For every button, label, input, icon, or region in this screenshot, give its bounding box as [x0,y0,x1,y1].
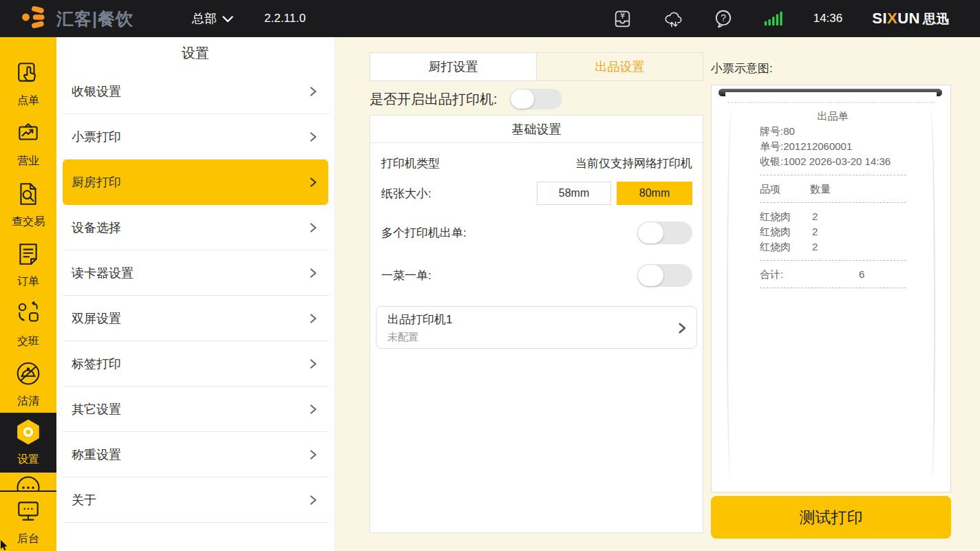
sidebar-item-label: 查交易 [12,215,45,229]
menu-item-label: 其它设置 [72,401,121,418]
receipt-preview-box: 出品单 牌号:80 单号:201212060001 收银:1002 2026-0… [711,85,951,493]
menu-item-card-reader[interactable]: 读卡器设置 [63,250,328,296]
cloud-sync-icon[interactable] [663,8,683,29]
enable-output-printer-toggle[interactable] [510,89,562,109]
receipt-meta-line: 单号:201212060001 [760,139,937,154]
enable-output-printer-row: 是否开启出品打印机: [370,89,703,109]
receipt-separator [760,260,906,261]
printer-type-row: 打印机类型 当前仅支持网络打印机 [370,154,703,172]
paper-curl-left [727,110,735,477]
backoffice-monitor-icon [15,498,41,527]
orders-doc-icon [15,241,41,270]
menu-item-label-print[interactable]: 标签打印 [63,341,328,387]
svg-text:¥: ¥ [620,10,625,20]
chat-dots-icon [15,475,41,490]
sidebar-item-sales[interactable]: 营业 [0,114,56,174]
one-dish-one-ticket-row: 一菜一单: [370,264,703,287]
receipt-separator [760,175,906,175]
sidebar-item-label: 营业 [17,154,39,169]
tab-output-settings[interactable]: 出品设置 [537,53,703,80]
tap-order-icon [15,60,41,89]
sidebar-item-order[interactable]: 点单 [0,54,56,114]
receipt-meta-line: 牌号:80 [760,124,937,139]
receipt-total-label: 合计: [760,267,859,282]
menu-item-kitchen-print[interactable]: 厨房打印 [63,160,328,205]
sidebar-item-label: 后台 [17,532,39,546]
menu-item-label: 标签打印 [72,356,121,372]
sidebar-nav: 点单 营业 查交易 [0,37,56,551]
menu-item-receipt-print[interactable]: 小票打印 [63,114,328,160]
sidebar-item-shift[interactable]: 交班 [0,294,56,354]
receipt-item-name: 红烧肉 [760,239,812,255]
chevron-right-icon [308,222,319,233]
chevron-right-icon [308,358,319,369]
help-icon[interactable]: ? [713,8,734,29]
sixun-logo-post: UN [897,10,920,28]
menu-item-dual-screen[interactable]: 双屏设置 [63,296,328,341]
receipt-item-qty: 2 [812,209,818,224]
menu-item-weighing[interactable]: 称重设置 [63,432,328,477]
signal-strength-icon [763,8,784,29]
store-selector[interactable]: 总部 [192,0,233,37]
sidebar-item-label: 交班 [17,334,39,349]
shift-swap-icon [15,301,41,329]
menu-item-label: 读卡器设置 [72,265,134,281]
sixun-logo-cn: 思迅 [923,10,950,28]
paper-size-58mm-button[interactable]: 58mm [537,182,611,205]
receipt-total-row: 合计: 6 [760,267,937,282]
tab-kitchen-print-settings[interactable]: 厨打设置 [370,53,537,80]
menu-item-other-settings[interactable]: 其它设置 [63,387,328,432]
menu-item-label: 厨房打印 [72,174,121,191]
print-settings-tabs: 厨打设置 出品设置 [370,52,703,81]
sidebar-item-partial[interactable] [0,475,56,490]
toggle-knob [638,265,663,286]
receipt-item-qty: 2 [812,239,818,255]
search-transactions-icon [15,181,41,210]
one-dish-one-ticket-label: 一菜一单: [381,268,432,283]
menu-item-device-select[interactable]: 设备选择 [63,205,328,250]
kitchen-print-settings-panel: 厨打设置 出品设置 是否开启出品打印机: 基础设置 打印机类型 当前仅支持网络打… [370,52,703,533]
sales-board-icon [15,120,41,149]
paper-size-options: 58mm 80mm [537,182,692,205]
printer-entry-text: 出品打印机1 未配置 [387,312,452,344]
menu-item-cashier-settings[interactable]: 收银设置 [63,69,328,114]
chevron-right-icon [308,404,319,415]
cash-drawer-icon[interactable]: ¥ [612,8,633,29]
sidebar-item-check-transactions[interactable]: 查交易 [0,175,56,235]
menu-item-about[interactable]: 关于 [63,477,328,523]
sidebar-item-label: 点单 [17,94,39,108]
multi-printer-toggle[interactable] [637,222,692,244]
menu-item-label: 设备选择 [72,219,121,236]
menu-item-label: 称重设置 [72,446,121,463]
one-dish-one-ticket-toggle[interactable] [637,264,692,287]
menu-item-label: 关于 [72,492,96,508]
receipt-meta-line: 收银:1002 2026-03-20 14:36 [760,154,937,169]
output-printer-1-entry[interactable]: 出品打印机1 未配置 [376,306,697,349]
menu-item-label: 双屏设置 [72,310,121,327]
huike-logo-icon [19,5,51,32]
brand-name: 汇客|餐饮 [56,8,134,30]
receipt-preview-panel: 小票示意图: 出品单 牌号:80 单号:201212060001 收银:1002… [711,61,951,539]
toggle-knob [511,89,534,109]
receipt-separator [760,202,906,203]
receipt-column-headers: 品项 数量 [760,182,937,197]
settings-menu-title: 设置 [56,37,334,69]
topbar-right-cluster: ¥ ? 14:36 [612,0,950,37]
receipt-content: 出品单 牌号:80 单号:201212060001 收银:1002 2026-0… [725,103,937,288]
sidebar-item-orders[interactable]: 订单 [0,235,56,294]
paper-size-80mm-button[interactable]: 80mm [617,182,692,205]
sixun-logo: SIXUN思迅 [872,10,950,28]
receipt-item-name: 红烧肉 [760,209,812,224]
receipt-title: 出品单 [760,109,906,124]
chevron-right-icon [308,131,319,142]
sidebar-item-settings[interactable]: 设置 [0,413,56,473]
test-print-button[interactable]: 测试打印 [711,496,951,539]
sidebar-item-sellout[interactable]: 沽清 [0,354,56,414]
sidebar-item-label: 订单 [17,274,39,289]
store-selector-label: 总部 [192,10,217,27]
paper-size-label: 纸张大小: [381,186,432,202]
enable-output-printer-label: 是否开启出品打印机: [370,90,498,109]
topbar: 汇客|餐饮 总部 2.2.11.0 ¥ ? [0,0,980,37]
settings-hexagon-icon [15,419,41,448]
receipt-col-qty: 数量 [810,182,831,197]
